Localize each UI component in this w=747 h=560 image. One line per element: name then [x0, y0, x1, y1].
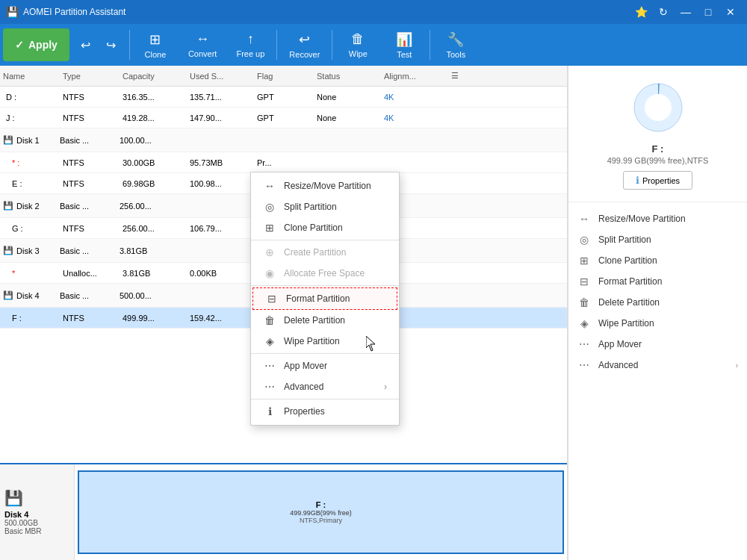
- pie-chart: [628, 78, 688, 137]
- ctx-resize[interactable]: ↔ Resize/Move Partition: [251, 175, 399, 196]
- svg-point-1: [645, 94, 672, 121]
- toolbar-divider-3: [332, 30, 332, 60]
- resize-icon: ↔: [577, 213, 591, 225]
- disk-row[interactable]: 💾 Disk 1 Basic ... 100.00...: [0, 128, 567, 152]
- clone-icon: ⊞: [577, 255, 591, 267]
- table-row[interactable]: * : NTFS 30.00GB 95.73MB Pr...: [0, 152, 567, 173]
- toolbar-divider-2: [276, 30, 277, 60]
- test-label: Test: [397, 50, 412, 59]
- right-menu-item-resize[interactable]: ↔ Resize/Move Partition: [568, 208, 747, 229]
- right-menu-item-format[interactable]: ⊟ Format Partition: [568, 271, 747, 292]
- col-type: Type: [60, 72, 120, 81]
- ctx-allocate: ◉ Allocate Free Space: [251, 263, 399, 284]
- close-btn[interactable]: ✕: [720, 4, 741, 20]
- ctx-delete[interactable]: 🗑 Delete Partition: [251, 310, 399, 331]
- apply-button[interactable]: ✓ Apply: [3, 28, 69, 61]
- ctx-split[interactable]: ◎ Split Partition: [251, 196, 399, 217]
- recover-button[interactable]: ↩ Recover: [280, 27, 329, 63]
- delete-label: Delete Partition: [598, 297, 660, 308]
- toolbar: ✓ Apply ↩ ↪ ⊞ Clone ↔ Convert ↑ Free up …: [0, 24, 747, 66]
- wipe-button[interactable]: 🗑 Wipe: [335, 27, 380, 63]
- ctx-allocate-icon: ◉: [263, 267, 276, 279]
- disk-icon: 💾: [3, 246, 13, 255]
- table-row[interactable]: J : NTFS 419.28... 147.90... GPT None 4K: [0, 108, 567, 128]
- right-menu-item-split[interactable]: ◎ Split Partition: [568, 229, 747, 250]
- clone-label: Clone Partition: [598, 255, 657, 266]
- row-type: Unalloc...: [60, 269, 120, 278]
- ctx-delete-label: Delete Partition: [284, 315, 345, 326]
- row-name: * :: [0, 158, 60, 167]
- row-name: J :: [0, 113, 60, 122]
- row-type: NTFS: [60, 93, 120, 102]
- clone-button[interactable]: ⊞ Clone: [133, 27, 178, 63]
- row-capacity: 69.98GB: [120, 179, 187, 188]
- row-name: F :: [0, 314, 60, 323]
- disk-icon: 💾: [3, 290, 13, 300]
- ctx-clone[interactable]: ⊞ Clone Partition: [251, 217, 399, 238]
- disk4-partitions: F : 499.99GB(99% free) NTFS,Primary: [75, 464, 567, 560]
- ctx-properties[interactable]: ℹ Properties: [251, 401, 399, 422]
- freeup-icon: ↑: [247, 31, 254, 47]
- tools-label: Tools: [446, 50, 465, 59]
- app-title: AOMEI Partition Assistant: [23, 7, 630, 17]
- row-name: *: [0, 269, 60, 278]
- split-icon: ◎: [577, 234, 591, 246]
- ctx-wipe[interactable]: ◈ Wipe Partition: [251, 331, 399, 352]
- right-menu-item-appmover[interactable]: ⋯ App Mover: [568, 334, 747, 355]
- test-button[interactable]: 📊 Test: [382, 27, 427, 63]
- properties-button[interactable]: ℹ Properties: [623, 171, 692, 190]
- undo-button[interactable]: ↩: [74, 33, 98, 57]
- row-capacity: 419.28...: [120, 113, 187, 122]
- ctx-clone-icon: ⊞: [263, 222, 276, 234]
- partition-block-f[interactable]: F : 499.99GB(99% free) NTFS,Primary: [78, 470, 564, 554]
- row-name: E :: [0, 179, 60, 188]
- minimize-btn[interactable]: —: [675, 4, 696, 20]
- ctx-advanced-arrow-icon: ›: [384, 382, 387, 392]
- bottom-disk-visual: 💾 Disk 4 500.00GB Basic MBR F : 499.99GB…: [0, 463, 567, 560]
- undo-redo-group: ↩ ↪: [74, 33, 123, 57]
- ctx-appmover-icon: ⋯: [263, 360, 276, 372]
- ctx-appmover[interactable]: ⋯ App Mover: [251, 355, 399, 376]
- row-used: 0.00KB: [187, 269, 254, 278]
- disk-icon: 💾: [3, 135, 13, 145]
- right-menu-item-delete[interactable]: 🗑 Delete Partition: [568, 292, 747, 313]
- recover-icon: ↩: [299, 31, 310, 48]
- properties-label: Properties: [642, 176, 680, 185]
- freeup-button[interactable]: ↑ Free up: [227, 27, 273, 63]
- ctx-advanced[interactable]: ⋯ Advanced ›: [251, 376, 399, 397]
- refresh-btn[interactable]: ↻: [653, 4, 674, 20]
- ctx-delete-icon: 🗑: [263, 314, 276, 326]
- titlebar: 💾 AOMEI Partition Assistant ⭐ ↻ — □ ✕: [0, 0, 747, 24]
- table-row[interactable]: D : NTFS 316.35... 135.71... GPT None 4K: [0, 87, 567, 108]
- maximize-btn[interactable]: □: [698, 4, 719, 20]
- row-capacity: 499.99...: [120, 314, 187, 323]
- tools-button[interactable]: 🔧 Tools: [433, 27, 478, 63]
- ctx-advanced-label: Advanced: [284, 382, 323, 392]
- disk-label-text: Disk 1: [16, 136, 40, 145]
- redo-button[interactable]: ↪: [99, 33, 123, 57]
- convert-button[interactable]: ↔ Convert: [179, 27, 226, 63]
- clone-icon: ⊞: [149, 31, 161, 48]
- row-flag: GPT: [254, 113, 314, 122]
- test-icon: 📊: [396, 31, 412, 48]
- right-menu-item-advanced[interactable]: ⋯ Advanced ›: [568, 355, 747, 376]
- row-type: NTFS: [60, 224, 120, 233]
- row-type: NTFS: [60, 179, 120, 188]
- star-btn[interactable]: ⭐: [630, 4, 651, 20]
- right-menu-item-clone[interactable]: ⊞ Clone Partition: [568, 250, 747, 271]
- row-used: 147.90...: [187, 113, 254, 122]
- ctx-properties-label: Properties: [284, 406, 325, 417]
- tools-icon: 🔧: [447, 31, 464, 48]
- right-menu-item-wipe[interactable]: ◈ Wipe Partition: [568, 313, 747, 334]
- ctx-divider-4: [251, 399, 399, 399]
- ctx-format[interactable]: ⊟ Format Partition: [252, 287, 397, 310]
- disk4-type: Basic MBR: [4, 527, 69, 535]
- advanced-icon: ⋯: [577, 359, 591, 371]
- info-icon: ℹ: [636, 175, 639, 186]
- row-used: 159.42...: [187, 314, 254, 323]
- ctx-format-icon: ⊟: [265, 293, 279, 305]
- row-flag: Pr...: [254, 158, 314, 167]
- ctx-create-icon: ⊕: [263, 246, 276, 258]
- col-flag: Flag: [254, 72, 314, 81]
- row-name: D :: [0, 93, 60, 102]
